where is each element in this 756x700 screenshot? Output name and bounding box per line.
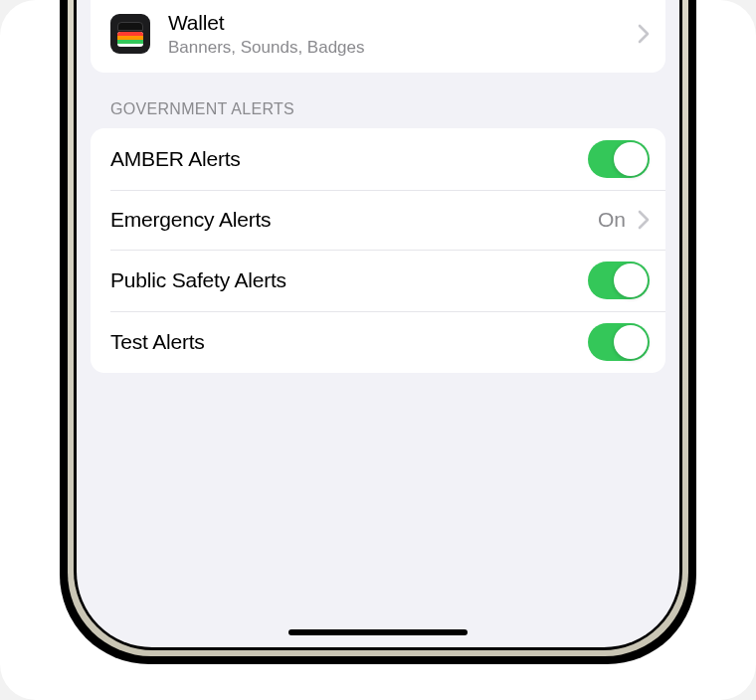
toggle-test-alerts[interactable] (588, 323, 650, 361)
chevron-right-icon (638, 210, 650, 230)
app-subtitle: Banners, Sounds, Badges (168, 38, 638, 58)
row-value: On (598, 208, 626, 232)
row-public-safety-alerts[interactable]: Public Safety Alerts (91, 250, 665, 311)
row-title: Public Safety Alerts (110, 268, 588, 292)
row-title: AMBER Alerts (110, 147, 588, 171)
row-test-alerts[interactable]: Test Alerts (91, 311, 665, 373)
phone-frame: Tracking Notifications Banners, Sounds (60, 0, 696, 664)
app-row-wallet[interactable]: Wallet Banners, Sounds, Badges (91, 0, 665, 73)
section-header-government-alerts: GOVERNMENT ALERTS (91, 100, 665, 128)
wallet-icon (110, 14, 150, 54)
toggle-amber-alerts[interactable] (588, 140, 650, 178)
row-emergency-alerts[interactable]: Emergency Alerts On (91, 190, 665, 250)
government-alerts-section: AMBER Alerts Emergency Alerts On (91, 128, 665, 373)
chevron-right-icon (638, 24, 650, 44)
app-title: Wallet (168, 11, 638, 35)
settings-screen: Tracking Notifications Banners, Sounds (77, 0, 679, 647)
row-title: Emergency Alerts (110, 208, 598, 232)
row-title: Test Alerts (110, 330, 588, 354)
row-amber-alerts[interactable]: AMBER Alerts (91, 128, 665, 190)
home-indicator[interactable] (288, 629, 468, 635)
app-notifications-section: Tracking Notifications Banners, Sounds (91, 0, 665, 73)
toggle-public-safety-alerts[interactable] (588, 262, 650, 299)
